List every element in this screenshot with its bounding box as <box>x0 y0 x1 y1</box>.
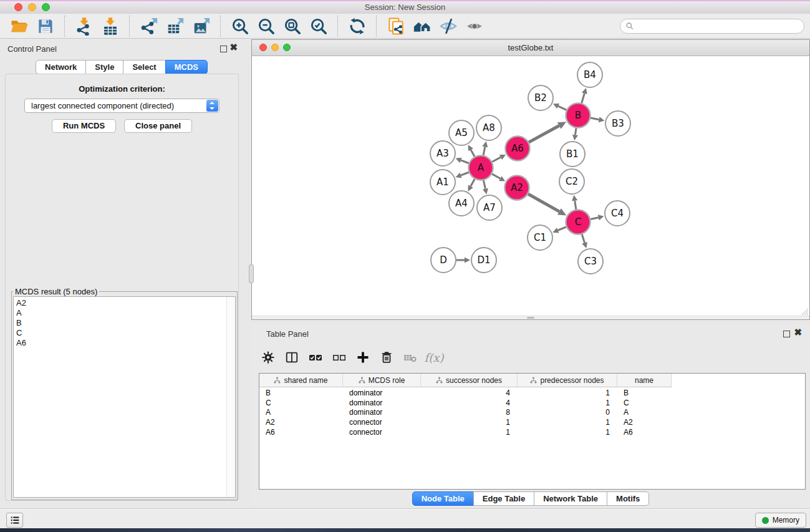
table-cell[interactable]: A2 <box>617 418 672 428</box>
graph-node-A6[interactable]: A6 <box>506 137 530 161</box>
graph-node-D1[interactable]: D1 <box>471 248 496 273</box>
hide-selected-button[interactable] <box>438 16 459 37</box>
open-file-button[interactable] <box>9 16 30 37</box>
zoom-selected-button[interactable] <box>308 16 329 37</box>
tab-motifs[interactable]: Motifs <box>607 491 649 506</box>
table-cell[interactable]: 1 <box>518 389 617 399</box>
graph-node-A5[interactable]: A5 <box>449 120 474 145</box>
table-cell[interactable]: 1 <box>518 428 617 438</box>
resize-grip-icon[interactable] <box>800 307 809 316</box>
table-cell[interactable]: 1 <box>421 428 518 438</box>
table-cell[interactable]: B <box>259 389 343 399</box>
mcds-result-item[interactable]: A <box>14 308 235 318</box>
graph-node-A7[interactable]: A7 <box>477 195 502 220</box>
table-cell[interactable]: 1 <box>518 418 617 428</box>
export-image-button[interactable] <box>191 16 212 37</box>
graph-node-C4[interactable]: C4 <box>605 201 630 226</box>
column-header-successor-nodes[interactable]: successor nodes <box>421 374 518 387</box>
criterion-select[interactable]: largest connected component (directed) <box>24 99 219 113</box>
tab-mcds[interactable]: MCDS <box>165 60 208 74</box>
float-table-panel-icon[interactable] <box>783 331 790 337</box>
network-canvas[interactable]: B4B2BB3A8A5A6A3B1AA1C2A2A4A7C4CC1DD1C3 <box>252 56 809 317</box>
copy-network-button[interactable] <box>385 16 407 37</box>
table-cell[interactable]: dominator <box>343 389 421 399</box>
table-cell[interactable]: dominator <box>343 408 421 418</box>
graph-node-C[interactable]: C <box>566 210 591 235</box>
export-table-button[interactable] <box>165 16 186 37</box>
close-table-panel-icon[interactable]: ✖ <box>794 328 802 337</box>
graph-node-A[interactable]: A <box>469 156 493 180</box>
network-zoom-button[interactable] <box>283 44 291 51</box>
graph-node-D[interactable]: D <box>431 248 456 273</box>
table-cell[interactable]: C <box>259 399 343 409</box>
minimize-window-button[interactable] <box>28 3 36 11</box>
table-cell[interactable]: dominator <box>343 399 421 409</box>
table-row[interactable]: A6connector11A6 <box>259 428 805 438</box>
select-all-columns-button[interactable] <box>307 349 324 365</box>
tab-network-table[interactable]: Network Table <box>534 491 607 506</box>
table-cell[interactable]: A2 <box>259 418 343 428</box>
table-cell[interactable]: 4 <box>421 389 518 399</box>
result-scrollbar[interactable] <box>226 297 235 497</box>
function-builder-button[interactable]: f(x) <box>426 349 442 365</box>
graph-node-B4[interactable]: B4 <box>577 62 602 87</box>
table-row[interactable]: Cdominator41C <box>259 399 805 409</box>
graph-node-A1[interactable]: A1 <box>430 170 455 195</box>
add-column-button[interactable] <box>355 349 371 365</box>
column-header-MCDS-role[interactable]: MCDS role <box>343 374 421 387</box>
zoom-window-button[interactable] <box>42 3 50 11</box>
close-panel-icon[interactable]: ✖ <box>229 43 238 52</box>
graph-node-A3[interactable]: A3 <box>430 141 455 166</box>
table-row[interactable]: Adominator80A <box>259 408 805 418</box>
table-cell[interactable]: A <box>617 408 672 418</box>
import-network-button[interactable] <box>74 16 95 37</box>
run-mcds-button[interactable]: Run MCDS <box>52 119 116 133</box>
tab-network[interactable]: Network <box>36 60 86 74</box>
network-bottom-scrollbar[interactable] <box>252 316 809 319</box>
delete-table-button[interactable] <box>402 349 418 365</box>
table-cell[interactable]: C <box>617 399 672 409</box>
float-panel-icon[interactable] <box>220 46 227 52</box>
graph-node-B2[interactable]: B2 <box>528 85 553 110</box>
table-cell[interactable]: 8 <box>421 408 518 418</box>
import-table-button[interactable] <box>100 16 121 37</box>
tab-style[interactable]: Style <box>85 60 123 74</box>
export-network-button[interactable] <box>138 16 160 37</box>
table-row[interactable]: A2connector11A2 <box>259 418 805 428</box>
graph-node-C3[interactable]: C3 <box>578 249 603 274</box>
table-cell[interactable]: A6 <box>617 428 672 438</box>
column-header-shared-name[interactable]: shared name <box>259 374 343 387</box>
table-cell[interactable]: A <box>259 408 343 418</box>
search-input[interactable] <box>620 19 804 34</box>
table-row[interactable]: Bdominator41B <box>259 389 805 399</box>
mcds-result-item[interactable]: C <box>14 328 235 338</box>
network-close-button[interactable] <box>259 44 267 51</box>
network-minimize-button[interactable] <box>271 44 279 51</box>
close-window-button[interactable] <box>14 3 22 11</box>
graph-node-C2[interactable]: C2 <box>559 169 584 194</box>
graph-node-A2[interactable]: A2 <box>505 176 529 200</box>
column-header-name[interactable]: name <box>617 374 672 387</box>
attribute-settings-button[interactable] <box>260 349 276 365</box>
graph-node-C1[interactable]: C1 <box>528 225 552 250</box>
zoom-in-button[interactable] <box>229 16 251 37</box>
table-cell[interactable]: connector <box>343 428 421 438</box>
table-cell[interactable]: 4 <box>421 399 518 409</box>
table-cell[interactable]: A6 <box>259 428 343 438</box>
save-session-button[interactable] <box>35 16 56 37</box>
deselect-all-columns-button[interactable] <box>331 349 347 365</box>
table-cell[interactable]: 1 <box>421 418 518 428</box>
graph-node-B3[interactable]: B3 <box>605 111 630 136</box>
column-visibility-button[interactable] <box>284 349 300 365</box>
show-selected-button[interactable] <box>464 16 485 37</box>
zoom-fit-button[interactable] <box>282 16 303 37</box>
zoom-out-button[interactable] <box>256 16 277 37</box>
column-header-predecessor-nodes[interactable]: predecessor nodes <box>518 374 617 387</box>
mcds-result-item[interactable]: A6 <box>14 338 235 348</box>
tab-select[interactable]: Select <box>123 60 165 74</box>
graph-node-A8[interactable]: A8 <box>476 115 501 140</box>
task-history-button[interactable] <box>6 513 23 528</box>
graph-node-B[interactable]: B <box>566 104 591 128</box>
memory-button[interactable]: Memory <box>755 513 806 528</box>
close-panel-button[interactable]: Close panel <box>124 119 192 133</box>
